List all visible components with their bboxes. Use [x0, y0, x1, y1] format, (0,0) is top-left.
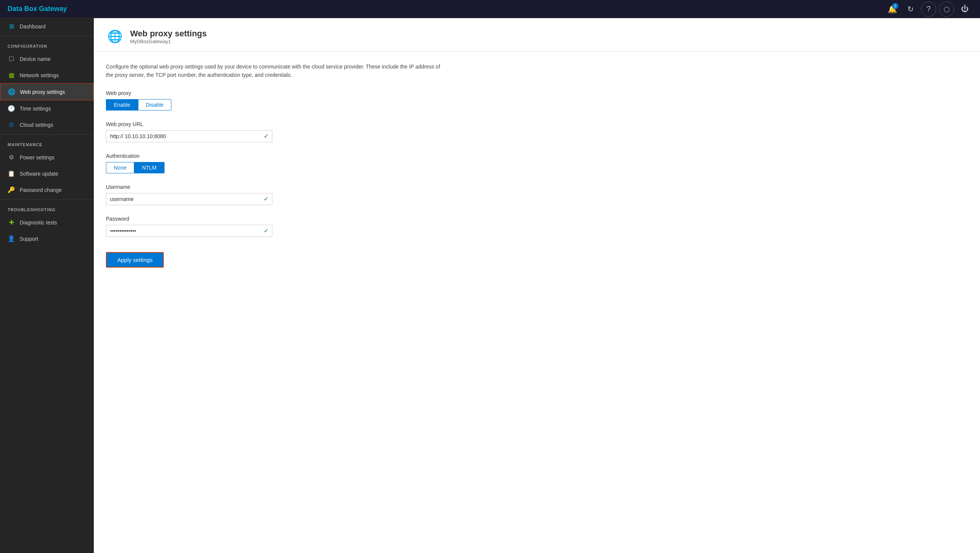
- password-check-icon: ✓: [264, 227, 269, 234]
- power-button[interactable]: ⏻: [957, 2, 972, 17]
- page-description: Configure the optional web proxy setting…: [106, 62, 446, 80]
- username-section: Username ✓: [106, 184, 968, 205]
- sidebar-divider-2: [0, 134, 94, 135]
- sidebar-item-cloud-label: Cloud settings: [20, 122, 53, 128]
- content-header: 🌐 Web proxy settings MyDBoxGateway1: [94, 18, 980, 52]
- sidebar-item-device-label: Device name: [20, 56, 51, 62]
- cloud-icon: ⚙: [8, 121, 15, 128]
- account-button[interactable]: ◯: [939, 2, 954, 17]
- sidebar-item-proxy-label: Web proxy settings: [20, 89, 65, 95]
- proxy-icon: 🌐: [8, 88, 16, 96]
- dashboard-icon: ⊞: [8, 23, 15, 30]
- url-check-icon: ✓: [264, 132, 269, 140]
- sidebar-item-dashboard-label: Dashboard: [20, 24, 46, 30]
- disable-button[interactable]: Disable: [138, 99, 172, 110]
- username-check-icon: ✓: [264, 195, 269, 202]
- sidebar-item-power-settings[interactable]: ⚙ Power settings: [0, 149, 94, 166]
- sidebar-item-web-proxy[interactable]: 🌐 Web proxy settings: [0, 83, 94, 100]
- help-button[interactable]: ?: [921, 2, 936, 17]
- sidebar-item-update-label: Software update: [20, 171, 58, 177]
- sidebar-item-network-settings[interactable]: ▦ Network settings: [0, 67, 94, 83]
- password-input[interactable]: [106, 225, 272, 237]
- support-icon: 👤: [8, 235, 15, 242]
- sidebar-section-troubleshooting: TROUBLESHOOTING: [0, 201, 94, 214]
- apply-settings-button[interactable]: Apply settings: [106, 252, 164, 268]
- page-header-text: Web proxy settings MyDBoxGateway1: [130, 29, 207, 44]
- auth-none-button[interactable]: None: [106, 162, 134, 173]
- username-input[interactable]: [106, 193, 272, 205]
- password-section: Password ✓: [106, 216, 968, 237]
- username-label: Username: [106, 184, 968, 190]
- auth-ntlm-button[interactable]: NTLM: [134, 162, 164, 173]
- sidebar-divider-3: [0, 199, 94, 200]
- auth-toggle-group: None NTLM: [106, 162, 968, 173]
- notification-button[interactable]: 🔔 1: [885, 2, 900, 17]
- page-subtitle: MyDBoxGateway1: [130, 38, 207, 44]
- page-icon: 🌐: [106, 27, 124, 45]
- topbar: Data Box Gateway 🔔 1 ↻ ? ◯ ⏻: [0, 0, 980, 18]
- device-icon: ☐: [8, 55, 15, 62]
- auth-section: Authentication None NTLM: [106, 153, 968, 173]
- sidebar-item-password-change[interactable]: 🔑 Password change: [0, 182, 94, 198]
- network-icon: ▦: [8, 72, 15, 79]
- sidebar-item-software-update[interactable]: 📋 Software update: [0, 166, 94, 182]
- sidebar-item-time-label: Time settings: [20, 105, 51, 112]
- content-body: Configure the optional web proxy setting…: [94, 52, 980, 553]
- web-proxy-section: Web proxy Enable Disable: [106, 90, 968, 110]
- sidebar-section-maintenance: MAINTENANCE: [0, 136, 94, 149]
- url-input[interactable]: [106, 130, 272, 142]
- sidebar-item-diagnostic-tests[interactable]: ✚ Diagnostic tests: [0, 214, 94, 231]
- sidebar-section-configuration: CONFIGURATION: [0, 38, 94, 51]
- auth-label: Authentication: [106, 153, 968, 159]
- update-icon: 📋: [8, 170, 15, 177]
- username-input-wrapper: ✓: [106, 193, 272, 205]
- enable-button[interactable]: Enable: [106, 99, 138, 110]
- sidebar-item-diag-label: Diagnostic tests: [20, 220, 57, 226]
- sidebar-item-dashboard[interactable]: ⊞ Dashboard: [0, 18, 94, 35]
- sidebar-divider-1: [0, 36, 94, 36]
- sidebar-item-power-label: Power settings: [20, 155, 54, 161]
- notification-badge: 1: [892, 3, 898, 9]
- sidebar-item-password-label: Password change: [20, 187, 62, 193]
- topbar-icons: 🔔 1 ↻ ? ◯ ⏻: [885, 2, 972, 17]
- sidebar-item-cloud-settings[interactable]: ⚙ Cloud settings: [0, 116, 94, 133]
- sidebar-item-support[interactable]: 👤 Support: [0, 231, 94, 247]
- sidebar-item-support-label: Support: [20, 236, 38, 242]
- app-title[interactable]: Data Box Gateway: [8, 5, 67, 13]
- content-area: 🌐 Web proxy settings MyDBoxGateway1 Conf…: [94, 18, 980, 553]
- url-input-wrapper: ✓: [106, 130, 272, 142]
- power-settings-icon: ⚙: [8, 154, 15, 161]
- password-input-wrapper: ✓: [106, 225, 272, 237]
- time-icon: 🕐: [8, 105, 15, 112]
- main-layout: ⊞ Dashboard CONFIGURATION ☐ Device name …: [0, 18, 980, 553]
- web-proxy-toggle-group: Enable Disable: [106, 99, 968, 110]
- sidebar-item-time-settings[interactable]: 🕐 Time settings: [0, 100, 94, 116]
- page-title: Web proxy settings: [130, 29, 207, 38]
- url-label: Web proxy URL: [106, 121, 968, 127]
- password-icon: 🔑: [8, 186, 15, 193]
- sidebar: ⊞ Dashboard CONFIGURATION ☐ Device name …: [0, 18, 94, 553]
- url-section: Web proxy URL ✓: [106, 121, 968, 142]
- diag-icon: ✚: [8, 219, 15, 226]
- refresh-button[interactable]: ↻: [903, 2, 918, 17]
- password-label: Password: [106, 216, 968, 222]
- sidebar-item-network-label: Network settings: [20, 72, 59, 78]
- web-proxy-label: Web proxy: [106, 90, 968, 96]
- sidebar-item-device-name[interactable]: ☐ Device name: [0, 51, 94, 67]
